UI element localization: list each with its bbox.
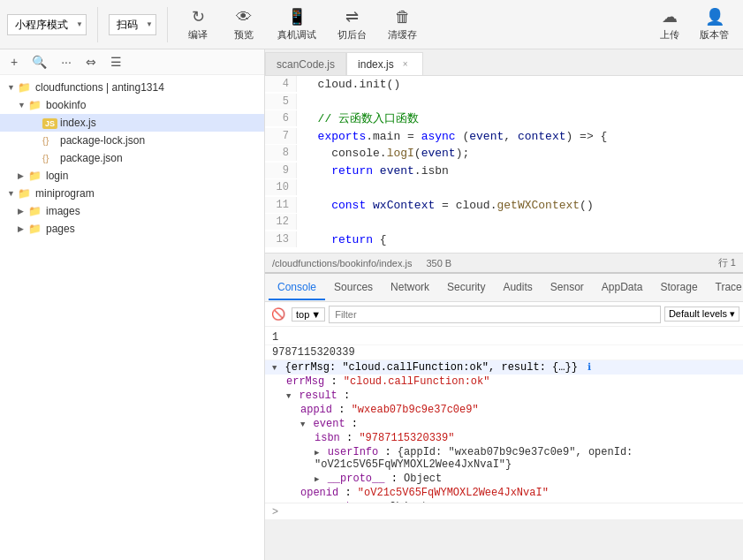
code-line-9: 9 return event.isbn [265,163,743,180]
clear-button[interactable]: 🗑 清缓存 [381,4,424,45]
code-line-8: 8 console.logI(event); [265,145,743,163]
sep2 [167,7,168,42]
devtools-tab-appdata[interactable]: AppData [593,276,652,300]
console-openid-line: openid : "oV21c5V65FqWYMOXL2Wee4JxNvaI" [265,486,743,500]
package-json-label: package.json [60,152,123,164]
editor-tabs: scanCode.js index.js × [265,49,743,76]
upload-button[interactable]: ☁ 上传 [650,4,689,45]
json2-file-icon: {} [42,152,57,164]
obj-root-text: {errMsg: "cloud.callFunction:ok", result… [285,361,578,374]
console-event-line[interactable]: ▼ event : [265,417,743,431]
console-result-line[interactable]: ▼ result : [265,389,743,403]
devtools-tab-storage[interactable]: Storage [652,276,707,300]
root-arrow: ▼ [7,83,18,92]
devtools-tab-trace[interactable]: Trace [707,276,743,300]
images-folder-icon: 📁 [28,205,42,217]
console-errmsg-line: errMsg : "cloud.callFunction:ok" [265,375,743,389]
phone-icon: 📱 [287,7,307,26]
tree-item-package-json[interactable]: {} package.json [0,149,264,167]
context-arrow: ▼ [311,309,321,320]
proto-event-arrow[interactable]: ▶ [315,475,319,484]
openid-key: openid [300,487,338,499]
login-folder-icon: 📁 [28,170,42,182]
main-toolbar: 小程序模式 扫码 ↻ 编译 👁 预览 📱 真机调试 ⇌ 切后台 🗑 清缓存 ☁ … [0,0,743,49]
code-line-5: 5 [265,94,743,111]
root-folder-icon: 📁 [18,81,32,94]
code-line-13: 13 return { [265,231,743,249]
scan-select-wrapper[interactable]: 扫码 [109,14,156,35]
mode-select-wrapper[interactable]: 小程序模式 [7,14,87,35]
filter-button[interactable]: ☰ [107,53,125,71]
prompt-arrow-icon: > [272,505,278,518]
editor-status-bar: /cloudfunctions/bookinfo/index.js 350 B … [265,253,743,272]
proto-event-key: __proto__ [328,473,385,485]
tree-item-images[interactable]: ▶ 📁 images [0,202,264,220]
real-debug-button[interactable]: 📱 真机调试 [270,4,323,45]
console-obj-root[interactable]: ▼ {errMsg: "cloud.callFunction:ok", resu… [265,360,743,375]
devtools-tab-network[interactable]: Network [382,276,438,300]
devtools-tab-security[interactable]: Security [438,276,494,300]
toolbar-right: ☁ 上传 👤 版本管 [650,4,736,45]
pages-folder-icon: 📁 [28,223,42,235]
obj-root-arrow[interactable]: ▼ [272,364,277,373]
miniprogram-label: miniprogram [35,187,95,200]
status-line: 行 1 [718,256,736,269]
more-button[interactable]: ··· [57,53,75,71]
tab-indexjs-close[interactable]: × [399,58,412,71]
package-lock-label: package-lock.json [60,134,145,147]
backend-button[interactable]: ⇌ 切后台 [330,4,374,45]
console-userinfo-line[interactable]: ▶ userInfo : {appId: "wxeab07b9c9e37c0e9… [265,445,743,472]
clear-icon: 🗑 [395,8,411,26]
devtools-tab-audits[interactable]: Audits [494,276,541,300]
switch-icon: ⇌ [345,7,359,26]
level-select[interactable]: Default levels ▾ [664,306,739,322]
file-sidebar: + 🔍 ··· ⇔ ☰ ▼ 📁 cloudfunctions | anting1… [0,49,265,560]
event-arrow[interactable]: ▼ [300,420,305,429]
preview-button[interactable]: 👁 预览 [224,4,263,45]
devtools-tab-console[interactable]: Console [269,276,325,300]
tree-item-package-lock[interactable]: {} package-lock.json [0,132,264,149]
console-filter-input[interactable] [329,306,661,323]
console-proto-event-line[interactable]: ▶ __proto__ : Object [265,472,743,486]
version-button[interactable]: 👤 版本管 [693,4,736,45]
tree-item-pages[interactable]: ▶ 📁 pages [0,220,264,238]
isbn-val: "9787115320339" [359,432,454,444]
console-line-1: 1 [265,330,743,345]
tab-scancodejs[interactable]: scanCode.js [265,52,346,75]
console-prompt: > [265,503,743,519]
pages-label: pages [46,223,75,235]
tree-item-indexjs[interactable]: JS index.js [0,114,264,132]
context-select[interactable]: top ▼ [292,307,325,322]
console-isbn-line: isbn : "9787115320339" [265,431,743,445]
code-editor[interactable]: 4 cloud.init() 5 6 // 云函数入口函数 7 exports.… [265,76,743,253]
indexjs-label: index.js [60,117,96,129]
code-line-12: 12 [265,214,743,231]
appid-val: "wxeab07b9c9e37c0e9" [352,404,479,416]
userinfo-arrow[interactable]: ▶ [315,449,319,458]
mode-select[interactable]: 小程序模式 [7,14,87,35]
isbn-key: isbn [315,432,340,444]
tree-item-login[interactable]: ▶ 📁 login [0,167,264,185]
console-line-isbn: 9787115320339 [265,345,743,360]
scan-select[interactable]: 扫码 [109,14,156,35]
root-label: cloudfunctions | anting1314 [35,81,164,94]
result-arrow[interactable]: ▼ [286,392,291,401]
collapse-button[interactable]: ⇔ [82,53,100,71]
tree-item-bookinfo[interactable]: ▼ 📁 bookinfo [0,96,264,114]
console-clear-button[interactable]: 🚫 [269,305,288,324]
compile-button[interactable]: ↻ 编译 [178,4,217,45]
add-file-button[interactable]: + [7,53,21,71]
errmsg-val: "cloud.callFunction:ok" [344,375,490,388]
devtools-tab-sensor[interactable]: Sensor [542,276,593,300]
devtools-panel: Console Sources Network Security Audits … [265,272,743,519]
devtools-tab-sources[interactable]: Sources [325,276,382,300]
upload-icon: ☁ [662,7,678,26]
openid-val: "oV21c5V65FqWYMOXL2Wee4JxNvaI" [358,487,549,499]
tree-root[interactable]: ▼ 📁 cloudfunctions | anting1314 [0,79,264,96]
tree-item-miniprogram[interactable]: ▼ 📁 miniprogram [0,185,264,202]
search-button[interactable]: 🔍 [28,53,50,71]
code-line-4: 4 cloud.init() [265,76,743,94]
tab-indexjs[interactable]: index.js × [346,52,423,75]
code-line-6: 6 // 云函数入口函数 [265,110,743,128]
right-panel: scanCode.js index.js × 4 cloud.init() 5 … [265,49,743,560]
